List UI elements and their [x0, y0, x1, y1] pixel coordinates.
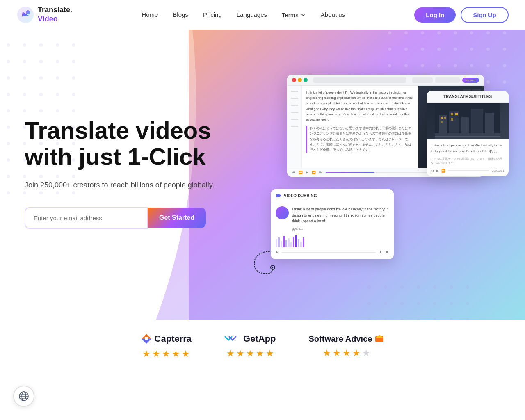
nav-actions: Log In Sign Up	[414, 7, 509, 23]
dubbing-row: I think a lot of people don't I'm We bas…	[276, 206, 389, 232]
nav-about[interactable]: About us	[321, 11, 345, 18]
software-advice-name: Software Advice	[309, 334, 372, 344]
hero-title: Translate videos with just 1-Click	[25, 117, 214, 170]
svg-rect-163	[435, 136, 500, 137]
getapp-stars: ★ ★ ★ ★ ★	[226, 348, 274, 359]
card-subtitles-header: TRANSLATE SUBTITLES	[427, 91, 509, 103]
capterra-icon	[141, 333, 152, 345]
globe-button[interactable]	[13, 386, 34, 407]
hero-subtitle: Join 250,000+ creators to reach billions…	[25, 180, 214, 191]
nav-pricing[interactable]: Pricing	[203, 11, 222, 18]
capterra-stars: ★ ★ ★ ★ ★	[142, 349, 190, 359]
getapp-rating: GetApp ★ ★ ★ ★ ★	[224, 333, 276, 359]
hero-left: Translate videos with just 1-Click Join …	[25, 117, 214, 229]
card-subtitles-text: I think a lot of people don't I'm We bas…	[431, 143, 504, 154]
nav-blogs[interactable]: Blogs	[173, 11, 188, 18]
hero-cta-row: Get Started	[25, 207, 214, 229]
hero-section: Translate videos with just 1-Click Join …	[0, 30, 525, 308]
logo-text1: Translate.	[38, 6, 72, 15]
app-content-en: I think a lot of people don't I'm We bas…	[306, 90, 414, 122]
card-subtitles: TRANSLATE SUBTITLES	[427, 91, 509, 176]
svg-rect-149	[276, 194, 280, 197]
software-advice-icon	[374, 334, 384, 344]
logo[interactable]: Translate. Video	[16, 6, 72, 24]
software-advice-logo: Software Advice	[309, 334, 385, 344]
logo-icon	[16, 6, 34, 24]
email-input[interactable]	[25, 207, 148, 229]
capterra-name: Capterra	[155, 333, 192, 344]
getapp-icon	[224, 333, 241, 344]
dubbing-avatar	[276, 206, 289, 219]
software-advice-rating: Software Advice ★ ★ ★ ★ ★	[309, 334, 385, 358]
svg-rect-161	[451, 118, 453, 121]
card-dubbing-body: I think a lot of people don't I'm We bas…	[271, 202, 394, 259]
video-icon	[276, 193, 281, 199]
navbar: Translate. Video Home Blogs Pricing Lang…	[0, 0, 525, 30]
getapp-logo: GetApp	[224, 333, 276, 344]
signup-button[interactable]: Sign Up	[461, 7, 509, 23]
svg-rect-165	[145, 337, 148, 340]
nav-terms[interactable]: Terms	[282, 11, 306, 18]
ratings-section: Capterra ★ ★ ★ ★ ★ GetApp ★ ★ ★ ★ ★	[0, 308, 525, 376]
logo-text2: Video	[38, 15, 72, 24]
nav-links: Home Blogs Pricing Languages Terms About…	[142, 11, 345, 18]
nav-home[interactable]: Home	[142, 11, 158, 18]
card-dubbing: VIDEO DUBBING I think a lot of people do…	[271, 189, 394, 259]
decorative-swirl	[246, 247, 279, 280]
card-dubbing-header: VIDEO DUBBING	[271, 189, 394, 202]
svg-point-1	[26, 10, 30, 14]
svg-rect-156	[441, 117, 443, 119]
capterra-logo: Capterra	[141, 333, 192, 345]
hero-right: Import I think a lot of people don't I'm…	[271, 75, 500, 272]
capterra-rating: Capterra ★ ★ ★ ★ ★	[141, 333, 192, 359]
city-scene	[435, 103, 500, 139]
software-advice-stars: ★ ★ ★ ★ ★	[323, 348, 370, 358]
app-content-jp: 多くの人はそうではないと思います基本的に私は工場の設計またはエンジニアリング会議…	[306, 126, 414, 153]
svg-rect-157	[444, 117, 446, 119]
getapp-name: GetApp	[243, 333, 276, 344]
globe-icon	[18, 391, 29, 402]
svg-rect-159	[451, 113, 453, 115]
svg-rect-160	[455, 113, 458, 115]
card-subtitles-video	[427, 103, 509, 139]
svg-rect-158	[441, 121, 443, 123]
nav-languages[interactable]: Languages	[237, 11, 267, 18]
login-button[interactable]: Log In	[414, 7, 456, 23]
get-started-button[interactable]: Get Started	[148, 208, 206, 228]
chevron-down-icon	[300, 12, 306, 18]
